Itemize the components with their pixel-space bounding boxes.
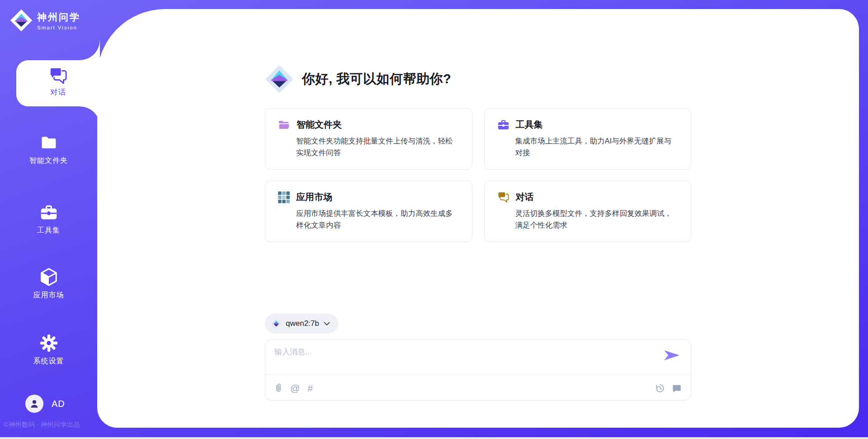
folder-icon	[40, 134, 58, 152]
card-description: 智能文件夹功能支持批量文件上传与清洗，轻松实现文件问答	[296, 135, 459, 158]
chat-icon	[49, 66, 68, 85]
sidebar-item-chat[interactable]: 对话	[16, 60, 100, 106]
avatar	[25, 395, 43, 413]
sidebar-item-label: 应用市场	[0, 291, 97, 300]
copyright-text: ©神州数码 · 神州问学出品	[4, 420, 99, 429]
sidebar-item-label: 工具集	[0, 226, 97, 235]
window-bottom-edge	[0, 437, 868, 439]
composer-divider	[265, 374, 691, 375]
new-chat-button[interactable]	[672, 383, 682, 393]
brand: 神州问学 Smart Vision	[10, 9, 80, 32]
message-composer: @ #	[265, 339, 691, 401]
chat-icon	[497, 191, 509, 203]
hash-icon: #	[307, 383, 313, 393]
attach-file-button[interactable]	[274, 382, 283, 393]
user-account[interactable]: AD	[25, 395, 65, 413]
card-title: 智能文件夹	[297, 119, 342, 131]
history-button[interactable]	[655, 383, 665, 393]
brand-tagline: Smart Vision	[37, 25, 80, 30]
sidebar-item-settings[interactable]: 系统设置	[0, 333, 97, 366]
toolbox-icon	[40, 203, 58, 221]
card-toolset[interactable]: 工具集 集成市场上主流工具，助力AI与外界无缝扩展与对接	[484, 108, 692, 170]
feature-cards: 智能文件夹 智能文件夹功能支持批量文件上传与清洗，轻松实现文件问答 工具集 集成…	[265, 108, 691, 242]
briefcase-icon	[497, 119, 509, 131]
history-icon	[655, 383, 665, 393]
sidebar-item-label: 对话	[16, 87, 100, 97]
sidebar-item-smart-folder[interactable]: 智能文件夹	[0, 133, 97, 166]
card-description: 应用市场提供丰富长文本模板，助力高效生成多样化文章内容	[296, 207, 459, 231]
topic-button[interactable]: #	[307, 383, 313, 393]
greeting-row: 你好, 我可以如何帮助你?	[265, 65, 691, 94]
gear-icon	[40, 334, 58, 352]
card-title: 应用市场	[296, 191, 332, 203]
sidebar-item-label: 系统设置	[0, 357, 97, 366]
app-logo-icon	[265, 65, 294, 94]
at-icon: @	[290, 383, 300, 393]
card-description: 灵活切换多模型文件，支持多样回复效果调试，满足个性化需求	[515, 207, 679, 231]
message-input[interactable]	[274, 347, 659, 372]
send-icon	[664, 350, 680, 361]
card-title: 工具集	[516, 119, 543, 131]
apps-grid-icon	[278, 191, 290, 203]
sidebar-item-toolset[interactable]: 工具集	[0, 202, 97, 235]
chat-bubble-icon	[672, 383, 682, 393]
sidebar-item-app-market[interactable]: 应用市场	[0, 267, 97, 300]
user-name: AD	[52, 399, 65, 409]
paperclip-icon	[274, 382, 283, 393]
send-button[interactable]	[664, 350, 680, 362]
model-selector[interactable]: qwen2:7b	[265, 314, 338, 334]
mention-button[interactable]: @	[290, 383, 300, 393]
person-icon	[29, 398, 40, 409]
sidebar: 神州问学 Smart Vision 对话 智能文件夹	[0, 0, 97, 428]
brand-name: 神州问学	[37, 11, 80, 24]
main-content-panel: 你好, 我可以如何帮助你? 智能文件夹 智能文件夹功能支持批量文件上传与清洗，轻…	[97, 9, 859, 428]
card-smart-folder[interactable]: 智能文件夹 智能文件夹功能支持批量文件上传与清洗，轻松实现文件问答	[265, 108, 472, 170]
card-app-market[interactable]: 应用市场 应用市场提供丰富长文本模板，助力高效生成多样化文章内容	[265, 181, 472, 242]
greeting-title: 你好, 我可以如何帮助你?	[302, 70, 451, 88]
model-name: qwen2:7b	[286, 319, 319, 328]
sidebar-item-label: 智能文件夹	[0, 156, 97, 166]
brand-logo-icon	[10, 9, 33, 32]
card-chat[interactable]: 对话 灵活切换多模型文件，支持多样回复效果调试，满足个性化需求	[484, 181, 692, 242]
folder-icon	[278, 119, 290, 130]
card-description: 集成市场上主流工具，助力AI与外界无缝扩展与对接	[515, 135, 679, 158]
chevron-down-icon	[324, 322, 330, 326]
model-logo-icon	[271, 319, 281, 329]
cube-icon	[39, 267, 58, 286]
card-title: 对话	[516, 191, 534, 203]
